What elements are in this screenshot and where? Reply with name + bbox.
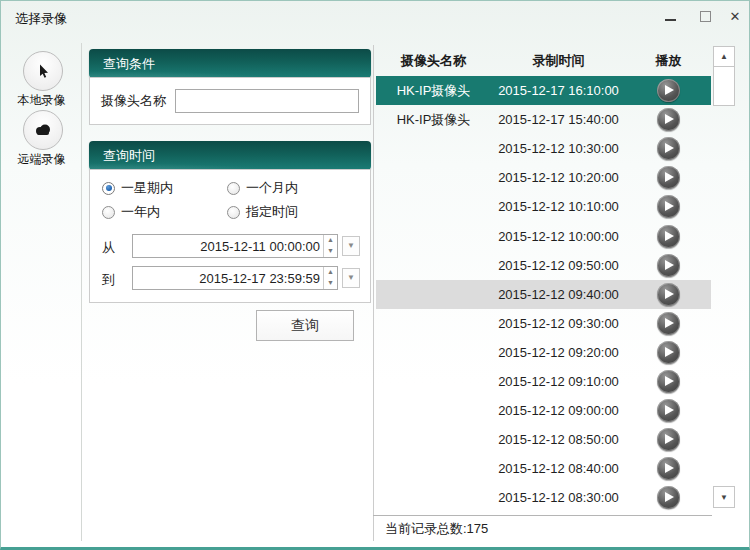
play-button[interactable] — [657, 283, 680, 306]
row-play-cell — [626, 108, 711, 131]
query-conditions-body: 摄像头名称 — [89, 77, 371, 125]
table-row[interactable]: 2015-12-12 10:00:00 — [376, 221, 711, 250]
radio-option-label: 一星期内 — [121, 179, 173, 197]
radio-option-label: 一个月内 — [246, 179, 298, 197]
remote-recording-button[interactable] — [23, 110, 63, 150]
row-time: 2015-12-12 09:30:00 — [491, 316, 626, 331]
row-time: 2015-12-12 08:40:00 — [491, 461, 626, 476]
table-row[interactable]: 2015-12-12 10:20:00 — [376, 163, 711, 192]
row-time: 2015-12-12 09:20:00 — [491, 345, 626, 360]
play-button[interactable] — [657, 254, 680, 277]
minimize-button[interactable] — [656, 6, 684, 27]
play-button[interactable] — [657, 195, 680, 218]
table-row[interactable]: HK-IP摄像头 2015-12-17 15:40:00 — [376, 105, 711, 134]
status-divider — [373, 515, 712, 516]
to-date-dropdown-button[interactable]: ▼ — [342, 268, 360, 288]
local-recording-button[interactable] — [23, 51, 63, 91]
radio-option-label: 一年内 — [121, 203, 160, 221]
table-row[interactable]: 2015-12-12 09:10:00 — [376, 367, 711, 396]
row-play-cell — [626, 283, 711, 306]
radio-option-label: 指定时间 — [246, 203, 298, 221]
row-play-cell — [626, 254, 711, 277]
play-button[interactable] — [657, 486, 680, 509]
from-label: 从 — [102, 239, 115, 257]
search-button[interactable]: 查询 — [256, 310, 354, 341]
close-icon: ✕ — [730, 9, 741, 24]
play-button[interactable] — [657, 312, 680, 335]
record-count-status: 当前记录总数:175 — [385, 520, 488, 538]
row-time: 2015-12-12 10:10:00 — [491, 199, 626, 214]
table-row[interactable]: HK-IP摄像头 2015-12-17 16:10:00 — [376, 76, 711, 105]
row-play-cell — [626, 166, 711, 189]
spinner-down-icon[interactable]: ▼ — [324, 246, 337, 257]
table-row[interactable]: 2015-12-12 08:50:00 — [376, 425, 711, 454]
row-play-cell — [626, 312, 711, 335]
spinner-up-icon[interactable]: ▲ — [324, 267, 337, 278]
from-date-input[interactable] — [133, 235, 323, 257]
table-row[interactable]: 2015-12-12 10:30:00 — [376, 134, 711, 163]
query-time-header: 查询时间 — [89, 141, 371, 170]
table-row[interactable]: 2015-12-12 09:30:00 — [376, 309, 711, 338]
spinner-down-icon[interactable]: ▼ — [324, 278, 337, 289]
to-date-field: ▲ ▼ — [132, 266, 338, 290]
row-play-cell — [626, 137, 711, 160]
table-row[interactable]: 2015-12-12 09:40:00 — [376, 280, 711, 309]
query-time-body: 一星期内 一个月内 一年内 指定时间 从 ▲ ▼ ▼ 到 — [89, 169, 371, 303]
cloud-icon — [33, 122, 53, 138]
play-button[interactable] — [657, 108, 680, 131]
to-date-input[interactable] — [133, 267, 323, 289]
radio-option-2[interactable]: 一年内 — [102, 204, 160, 220]
play-button[interactable] — [657, 79, 680, 102]
column-header-time: 录制时间 — [491, 52, 626, 70]
sidebar-item-local-label: 本地录像 — [1, 92, 82, 109]
table-row[interactable]: 2015-12-12 08:30:00 — [376, 483, 711, 512]
row-time: 2015-12-12 09:40:00 — [491, 287, 626, 302]
table-row[interactable]: 2015-12-12 08:40:00 — [376, 454, 711, 483]
camera-name-label: 摄像头名称 — [101, 92, 166, 110]
camera-name-input[interactable] — [175, 89, 359, 113]
row-time: 2015-12-12 08:50:00 — [491, 432, 626, 447]
row-time: 2015-12-12 10:00:00 — [491, 229, 626, 244]
row-play-cell — [626, 195, 711, 218]
row-play-cell — [626, 225, 711, 248]
play-button[interactable] — [657, 166, 680, 189]
to-label: 到 — [102, 271, 115, 289]
window-title: 选择录像 — [15, 10, 67, 28]
from-date-dropdown-button[interactable]: ▼ — [342, 236, 360, 256]
from-date-spinner: ▲ ▼ — [323, 235, 337, 257]
table-row[interactable]: 2015-12-12 09:00:00 — [376, 396, 711, 425]
sidebar-divider — [81, 43, 82, 541]
table-row[interactable]: 2015-12-12 09:50:00 — [376, 251, 711, 280]
chevron-down-icon: ▼ — [347, 241, 355, 250]
play-button[interactable] — [657, 399, 680, 422]
maximize-button[interactable] — [691, 6, 719, 27]
scrollbar-thumb[interactable] — [713, 66, 735, 106]
play-button[interactable] — [657, 428, 680, 451]
play-button[interactable] — [657, 341, 680, 364]
play-button[interactable] — [657, 225, 680, 248]
radio-option-3[interactable]: 指定时间 — [227, 204, 298, 220]
column-header-play: 播放 — [626, 52, 711, 70]
row-camera: HK-IP摄像头 — [376, 111, 491, 129]
radio-option-0[interactable]: 一星期内 — [102, 180, 173, 196]
scrollbar-down-button[interactable]: ▼ — [713, 486, 735, 508]
radio-icon — [227, 182, 240, 195]
scrollbar-up-button[interactable]: ▲ — [713, 46, 735, 67]
radio-option-1[interactable]: 一个月内 — [227, 180, 298, 196]
column-header-camera: 摄像头名称 — [376, 52, 491, 70]
table-row[interactable]: 2015-12-12 09:20:00 — [376, 338, 711, 367]
chevron-down-icon: ▼ — [347, 273, 355, 282]
play-button[interactable] — [657, 457, 680, 480]
play-button[interactable] — [657, 370, 680, 393]
row-time: 2015-12-12 10:20:00 — [491, 170, 626, 185]
row-play-cell — [626, 399, 711, 422]
play-button[interactable] — [657, 137, 680, 160]
row-time: 2015-12-17 15:40:00 — [491, 112, 626, 127]
close-button[interactable]: ✕ — [721, 6, 749, 27]
down-arrow-icon: ▼ — [720, 493, 728, 502]
radio-icon — [102, 182, 115, 195]
spinner-up-icon[interactable]: ▲ — [324, 235, 337, 246]
table-row[interactable]: 2015-12-12 10:10:00 — [376, 192, 711, 221]
row-play-cell — [626, 370, 711, 393]
row-play-cell — [626, 457, 711, 480]
